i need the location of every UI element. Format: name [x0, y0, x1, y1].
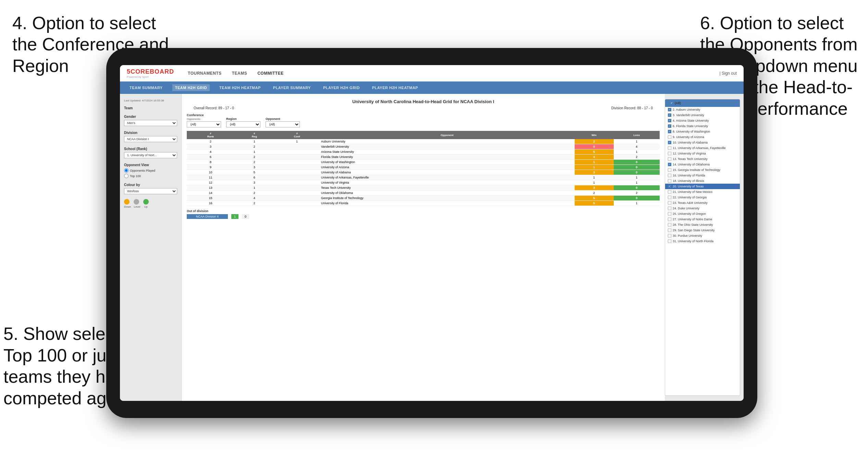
- dropdown-item[interactable]: ✓8. University of Washington: [665, 129, 740, 134]
- dropdown-item[interactable]: 31. University of North Florida: [665, 238, 740, 244]
- division-select[interactable]: NCAA Division I: [124, 136, 177, 142]
- dropdown-item[interactable]: 13. Texas Tech University: [665, 156, 740, 162]
- cell-name: University of Arizona: [320, 165, 575, 170]
- item-checkbox[interactable]: ✓: [668, 130, 671, 133]
- table-row: 15 4 Georgia Institute of Technology 5 0: [187, 196, 660, 201]
- school-select[interactable]: 1. University of Nort...: [124, 152, 177, 158]
- item-checkbox[interactable]: [668, 207, 671, 210]
- dropdown-item[interactable]: ✓3. Vanderbilt University: [665, 112, 740, 118]
- nav-teams[interactable]: TEAMS: [232, 71, 247, 76]
- overall-record: Overall Record: 89 - 17 - 0: [194, 106, 234, 110]
- region-filter: Region (All): [226, 117, 260, 127]
- colour-select[interactable]: Win/loss: [124, 188, 177, 194]
- item-checkbox[interactable]: [668, 146, 671, 150]
- item-checkbox[interactable]: [668, 190, 671, 194]
- item-label: 15. Georgia Institute of Technology: [673, 168, 720, 172]
- dropdown-item[interactable]: 15. Georgia Institute of Technology: [665, 167, 740, 173]
- nav-tournaments[interactable]: TOURNAMENTS: [188, 71, 222, 76]
- colour-section: Colour by Win/loss: [124, 183, 177, 194]
- dropdown-item[interactable]: 18. University of Illinois: [665, 178, 740, 184]
- item-checkbox[interactable]: [668, 223, 671, 226]
- item-checkbox[interactable]: [668, 234, 671, 237]
- dropdown-item[interactable]: ✓2. Auburn University: [665, 107, 740, 112]
- sub-nav-player-summary[interactable]: PLAYER SUMMARY: [270, 84, 314, 91]
- item-checkbox[interactable]: ✓: [668, 163, 671, 166]
- cell-win: 2: [575, 191, 614, 196]
- item-label: 4. Arizona State University: [673, 119, 709, 122]
- item-checkbox[interactable]: [668, 179, 671, 183]
- cell-conf: [274, 155, 320, 160]
- item-label: 14. University of Oklahoma: [673, 163, 710, 166]
- item-checkbox[interactable]: ✓: [668, 141, 671, 144]
- cell-win: 5: [575, 201, 614, 206]
- sub-nav-player-heatmap[interactable]: PLAYER H2H HEATMAP: [369, 84, 421, 91]
- item-checkbox[interactable]: ✓: [668, 185, 671, 188]
- dropdown-item[interactable]: 29. San Diego State University: [665, 228, 740, 233]
- item-label: 28. The Ohio State University: [673, 223, 713, 226]
- dropdown-item[interactable]: 9. University of Arizona: [665, 134, 740, 140]
- dropdown-item[interactable]: 16. University of Florida: [665, 173, 740, 178]
- radio-top100[interactable]: Top 100: [124, 174, 177, 178]
- region-select[interactable]: (All): [226, 121, 260, 127]
- conference-select[interactable]: (All): [187, 121, 221, 127]
- table-row: 4 1 Arizona State University 5 1: [187, 149, 660, 155]
- cell-reg: 2: [234, 160, 274, 165]
- sub-nav-h2h-grid[interactable]: TEAM H2H GRID: [172, 84, 210, 91]
- sub-nav-heatmap[interactable]: TEAM H2H HEATMAP: [217, 84, 264, 91]
- item-checkbox[interactable]: [668, 168, 671, 172]
- item-checkbox[interactable]: ✓: [668, 113, 671, 117]
- cell-win: 2: [575, 139, 614, 144]
- item-checkbox[interactable]: ✓: [668, 119, 671, 122]
- school-section: School (Rank) 1. University of Nort...: [124, 147, 177, 158]
- dropdown-item[interactable]: 30. Purdue University: [665, 233, 740, 238]
- radio-opponents-played[interactable]: Opponents Played: [124, 168, 177, 173]
- sub-nav-player-h2h[interactable]: PLAYER H2H GRID: [320, 84, 363, 91]
- opponent-filter: Opponent (All): [266, 117, 300, 127]
- item-checkbox[interactable]: ✓: [668, 108, 671, 111]
- gender-select[interactable]: Men's: [124, 120, 177, 126]
- item-checkbox[interactable]: [668, 152, 671, 155]
- dropdown-item[interactable]: 27. University of Notre Dame: [665, 217, 740, 222]
- all-checkbox[interactable]: ✓: [670, 101, 673, 105]
- item-label: 16. University of Florida: [673, 174, 705, 177]
- opponent-select[interactable]: (All): [266, 121, 300, 127]
- item-checkbox[interactable]: [668, 229, 671, 232]
- cell-reg: 5: [234, 170, 274, 175]
- dropdown-item[interactable]: ✓20. University of Texas: [665, 184, 740, 189]
- sub-nav: TEAM SUMMARY TEAM H2H GRID TEAM H2H HEAT…: [120, 82, 744, 94]
- item-checkbox[interactable]: [668, 201, 671, 205]
- item-checkbox[interactable]: [668, 157, 671, 161]
- sub-nav-team-summary[interactable]: TEAM SUMMARY: [127, 84, 166, 91]
- dropdown-item[interactable]: 21. University of New Mexico: [665, 189, 740, 195]
- division-win: 1: [231, 214, 239, 219]
- cell-rank: 2: [187, 139, 234, 144]
- item-checkbox[interactable]: [668, 135, 671, 139]
- item-checkbox[interactable]: [668, 174, 671, 177]
- dropdown-item[interactable]: 25. University of Oregon: [665, 211, 740, 217]
- dropdown-item[interactable]: ✓14. University of Oklahoma: [665, 162, 740, 167]
- dropdown-item[interactable]: 11. University of Arkansas, Fayetteville: [665, 145, 740, 151]
- cell-rank: 14: [187, 191, 234, 196]
- item-checkbox[interactable]: [668, 218, 671, 221]
- opponent-view-section: Opponent View Opponents Played Top 100: [124, 163, 177, 178]
- dropdown-item[interactable]: ✓10. University of Alabama: [665, 140, 740, 145]
- dropdown-item[interactable]: 24. Duke University: [665, 206, 740, 211]
- cell-win: 0: [575, 144, 614, 149]
- item-checkbox[interactable]: ✓: [668, 124, 671, 128]
- dropdown-item[interactable]: 22. University of Georgia: [665, 195, 740, 200]
- item-checkbox[interactable]: [668, 196, 671, 199]
- dropdown-item[interactable]: 28. The Ohio State University: [665, 222, 740, 228]
- main-content: Last Updated: 4/7/2024 16:55:38 Team Gen…: [120, 94, 744, 401]
- cell-name: University of Washington: [320, 160, 575, 165]
- sign-out[interactable]: | Sign out: [720, 71, 737, 76]
- dropdown-all-item[interactable]: ✓ (All): [667, 100, 738, 106]
- dropdown-item[interactable]: 23. Texas A&M University: [665, 200, 740, 206]
- cell-reg: 1: [234, 139, 274, 144]
- nav-committee[interactable]: COMMITTEE: [257, 71, 284, 76]
- dropdown-item[interactable]: ✓4. Arizona State University: [665, 118, 740, 123]
- item-label: 22. University of Georgia: [673, 196, 707, 199]
- item-checkbox[interactable]: [668, 239, 671, 243]
- dropdown-item[interactable]: ✓6. Florida State University: [665, 123, 740, 129]
- dropdown-item[interactable]: 12. University of Virginia: [665, 151, 740, 156]
- item-checkbox[interactable]: [668, 212, 671, 216]
